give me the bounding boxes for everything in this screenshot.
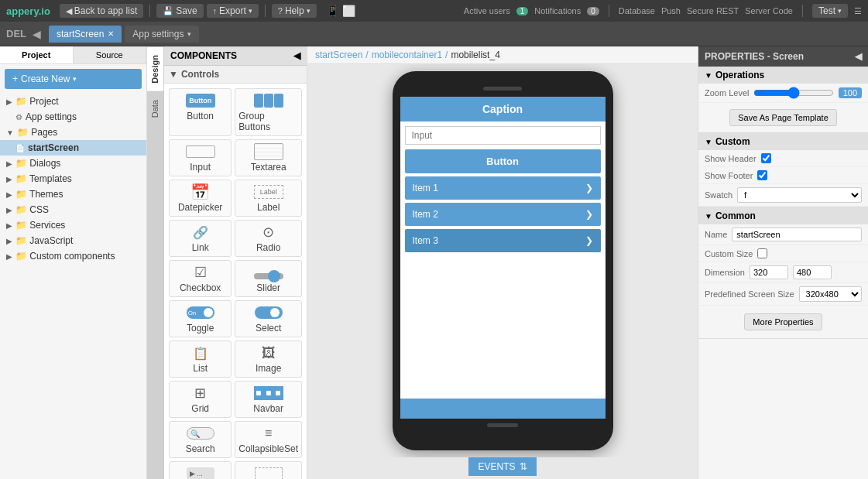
breadcrumb-list: mobilelist_4: [451, 50, 499, 60]
save-button[interactable]: 💾 Save: [156, 4, 203, 18]
tab-start-screen[interactable]: startScreen ✕: [49, 26, 122, 43]
name-input[interactable]: [732, 228, 862, 241]
tree-item-project[interactable]: ▶ 📁 Project: [0, 94, 146, 109]
properties-header: PROPERTIES - Screen ◀: [698, 46, 868, 67]
tab-data[interactable]: Data: [147, 91, 163, 125]
show-footer-checkbox[interactable]: [757, 170, 767, 180]
tab-project[interactable]: Project: [0, 46, 74, 63]
custom-size-label: Custom Size: [705, 249, 753, 258]
phone-icon[interactable]: 📱: [326, 5, 339, 17]
tree-item-themes[interactable]: ▶ 📁 Themes: [0, 186, 146, 202]
tree-item-dialogs[interactable]: ▶ 📁 Dialogs: [0, 156, 146, 171]
help-button[interactable]: ? Help ▾: [272, 4, 317, 18]
nav-secure-rest[interactable]: Secure REST: [687, 6, 739, 15]
create-new-button[interactable]: + Create New ▾: [5, 69, 142, 89]
properties-collapse-icon[interactable]: ◀: [855, 51, 862, 62]
common-section-header[interactable]: ▼ Common: [698, 207, 868, 224]
component-search[interactable]: 🔍 Search: [169, 421, 232, 458]
component-button[interactable]: Button Button: [169, 88, 232, 136]
tree-item-custom-components[interactable]: ▶ 📁 Custom components: [0, 248, 146, 264]
component-list[interactable]: 📋 List: [169, 340, 232, 378]
folder-icon: ▼: [6, 128, 14, 137]
tab-source[interactable]: Source: [74, 46, 147, 63]
component-radio[interactable]: ⊙ Radio: [235, 220, 302, 257]
component-label[interactable]: Label Label: [235, 180, 302, 217]
tree-item-app-settings[interactable]: ⚙ App settings: [0, 109, 146, 125]
dimension-width-input[interactable]: [750, 265, 788, 279]
zoom-value: 100: [839, 87, 862, 98]
component-input[interactable]: Input: [169, 139, 232, 176]
test-button[interactable]: Test ▾: [812, 4, 848, 18]
list-item-2[interactable]: Item 2 ❯: [405, 203, 601, 226]
device-icons: 📱 ⬜: [326, 5, 355, 17]
component-textarea[interactable]: Textarea: [235, 139, 302, 176]
dimension-height-input[interactable]: [793, 265, 832, 279]
folder-icon: ▶: [6, 237, 12, 245]
components-header: COMPONENTS ◀: [164, 46, 307, 66]
tab-design[interactable]: Design: [147, 46, 163, 91]
nav-server-code[interactable]: Server Code: [745, 6, 793, 15]
component-slider[interactable]: Slider: [235, 260, 302, 297]
nav-database[interactable]: Database: [619, 6, 655, 15]
events-button[interactable]: EVENTS ⇅: [468, 457, 536, 476]
operations-section-header[interactable]: ▼ Operations: [698, 67, 868, 84]
component-collapsible[interactable]: ▶ ... Collapsible: [169, 461, 232, 479]
tree-label: App settings: [26, 111, 77, 122]
nav-push[interactable]: Push: [661, 6, 681, 15]
sidebar-tabs: Project Source: [0, 46, 146, 64]
tab-settings-arrow[interactable]: ▾: [187, 30, 191, 38]
tree-item-start-screen[interactable]: 📄 startScreen: [0, 140, 146, 156]
tree-item-services[interactable]: ▶ 📁 Services: [0, 217, 146, 233]
folder-icon: ▶: [6, 206, 12, 214]
save-as-page-template-button[interactable]: Save As Page Template: [729, 109, 837, 126]
dimension-row: Dimension: [698, 262, 868, 283]
phone-button: [487, 423, 518, 427]
controls-section: ▼ Controls: [164, 66, 307, 84]
folder-icon: ▶: [6, 252, 12, 261]
tablet-icon[interactable]: ⬜: [342, 5, 355, 17]
zoom-slider[interactable]: [753, 87, 833, 99]
custom-size-checkbox[interactable]: [757, 248, 767, 258]
component-spacer[interactable]: Spacer: [235, 461, 302, 479]
component-collapsible-set[interactable]: ≡ CollapsibleSet: [235, 421, 302, 458]
tab-app-settings[interactable]: App settings ▾: [125, 26, 199, 43]
component-navbar[interactable]: Navbar: [235, 381, 302, 418]
back-to-app-list-button[interactable]: ◀ Back to app list: [60, 4, 143, 18]
screen-input[interactable]: [405, 126, 601, 145]
component-datepicker[interactable]: 📅 Datepicker: [169, 180, 232, 217]
tree-item-pages[interactable]: ▼ 📁 Pages: [0, 125, 146, 140]
component-image[interactable]: 🖼 Image: [235, 340, 302, 378]
component-grid[interactable]: ⊞ Grid: [169, 381, 232, 418]
show-header-checkbox[interactable]: [761, 153, 771, 163]
name-row: Name: [698, 224, 868, 245]
export-button[interactable]: ↑ Export ▾: [207, 4, 259, 18]
tree-item-css[interactable]: ▶ 📁 CSS: [0, 202, 146, 217]
tree-label: 📁 CSS: [15, 204, 49, 215]
swatch-select[interactable]: f a b c: [737, 187, 862, 203]
component-group-buttons[interactable]: Group Buttons: [235, 88, 302, 136]
list-item-3[interactable]: Item 3 ❯: [405, 229, 601, 252]
tree-item-javascript[interactable]: ▶ 📁 JavaScript: [0, 233, 146, 248]
breadcrumb-start-screen[interactable]: startScreen: [315, 50, 362, 60]
custom-section-header[interactable]: ▼ Custom: [698, 133, 868, 150]
collapse-button[interactable]: ◀: [33, 28, 41, 40]
component-select[interactable]: Select: [235, 300, 302, 337]
tab-close-icon[interactable]: ✕: [108, 29, 114, 38]
component-checkbox[interactable]: ☑ Checkbox: [169, 260, 232, 297]
menu-icon[interactable]: ☰: [854, 6, 862, 16]
section-arrow-icon: ▼: [705, 212, 712, 221]
collapse-components-icon[interactable]: ◀: [293, 50, 300, 61]
predefined-size-select[interactable]: 320x480 480x640 720x1280: [799, 286, 862, 302]
component-toggle[interactable]: On Toggle: [169, 300, 232, 337]
left-sidebar: Project Source + Create New ▾ ▶ 📁 Projec…: [0, 46, 147, 479]
page-icon: 📄: [15, 144, 25, 152]
component-link[interactable]: 🔗 Link: [169, 220, 232, 257]
tree-label: 📁 Services: [15, 220, 65, 231]
more-properties-button[interactable]: More Properties: [744, 313, 822, 330]
folder-icon: ▶: [6, 190, 12, 199]
tree-item-templates[interactable]: ▶ 📁 Templates: [0, 171, 146, 186]
breadcrumb-container[interactable]: mobilecontainer1: [372, 50, 442, 60]
list-item-1[interactable]: Item 1 ❯: [405, 176, 601, 200]
screen-button[interactable]: Button: [405, 149, 601, 173]
tab-bar-left: DEL ◀: [6, 28, 41, 40]
